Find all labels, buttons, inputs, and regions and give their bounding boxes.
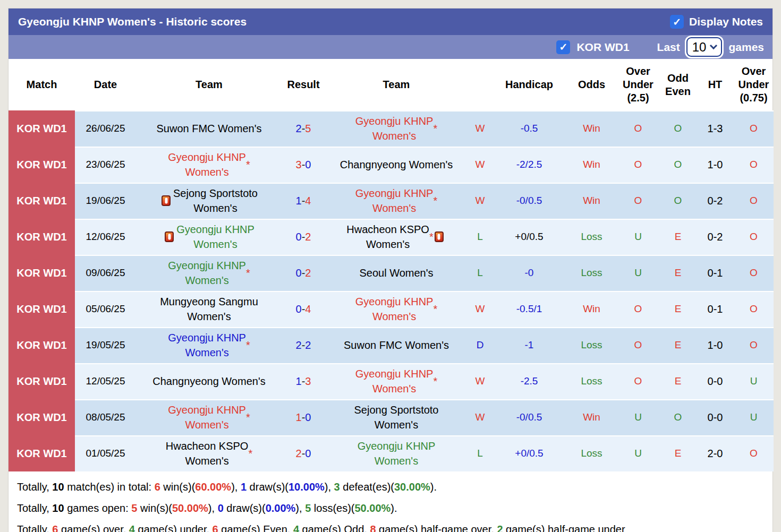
check-icon: ✓ xyxy=(673,17,681,27)
away-score: 4 xyxy=(305,195,311,207)
title-bar: Gyeongju KHNP Women's - Historic scores … xyxy=(9,8,772,35)
summary-segment: draw(s)( xyxy=(224,502,266,514)
team-name: Suwon FMC Women's xyxy=(344,338,449,353)
away-team: Suwon FMC Women's xyxy=(325,327,468,363)
over-under-075-value: O xyxy=(734,435,774,471)
league-checkbox[interactable]: ✓ xyxy=(556,40,570,54)
summary-segment: game(s) Odd, xyxy=(299,524,370,532)
score-dash: - xyxy=(302,123,305,135)
ht-score: 1-3 xyxy=(697,110,734,147)
summary-segment: game(s) over, xyxy=(58,524,129,532)
table-row: KOR WD1 23/06/25 Gyeongju KHNP Women's* … xyxy=(9,147,772,183)
display-notes-checkbox[interactable]: ✓ xyxy=(670,15,684,29)
match-date: 08/05/25 xyxy=(75,399,136,435)
league-label: KOR WD1 xyxy=(576,41,629,54)
ht-score: 1-0 xyxy=(697,147,734,183)
away-score: 2 xyxy=(305,267,311,279)
summary-segment: Totally, xyxy=(17,524,52,532)
summary-segment: ), xyxy=(295,502,305,514)
odd-even-value: E xyxy=(659,291,697,327)
league-badge: KOR WD1 xyxy=(9,363,75,399)
team-name: Gyeongju KHNP Women's xyxy=(358,439,436,468)
handicap-value: -0/0.5 xyxy=(492,183,566,219)
summary-segment: win(s)( xyxy=(137,502,172,514)
away-team: Sejong Sportstoto Women's xyxy=(325,399,468,435)
score-dash: - xyxy=(302,159,305,171)
games-label: games xyxy=(728,41,764,54)
match-result: 1-0 xyxy=(282,399,325,435)
match-result: 1-4 xyxy=(282,183,325,219)
match-date: 09/06/25 xyxy=(75,255,136,291)
score-dash: - xyxy=(302,267,305,279)
odds-result: Win xyxy=(566,183,617,219)
summary-segment: 6 xyxy=(155,481,160,493)
last-games-value: 10 xyxy=(692,40,707,55)
ht-score: 2-0 xyxy=(697,435,734,471)
home-team: Gyeongju KHNP Women's* xyxy=(136,399,282,435)
star-marker: * xyxy=(433,121,437,136)
away-team: Hwacheon KSPO Women's* xyxy=(325,219,468,255)
table-row: KOR WD1 19/05/25 Gyeongju KHNP Women's* … xyxy=(9,327,772,363)
summary-segment: 6 xyxy=(52,524,58,532)
summary-segment: 5 xyxy=(131,502,137,514)
col-header-match: Match xyxy=(9,78,75,91)
odd-even-value: E xyxy=(659,219,697,255)
home-score: 0 xyxy=(296,267,302,279)
ht-score: 0-1 xyxy=(697,291,734,327)
over-under-25-value: O xyxy=(617,110,659,147)
outcome-letter: W xyxy=(468,399,492,435)
home-score: 3 xyxy=(296,159,302,171)
home-team: Gyeongju KHNP Women's xyxy=(136,219,282,255)
page-title: Gyeongju KHNP Women's - Historic scores xyxy=(18,15,247,28)
check-icon: ✓ xyxy=(559,42,567,52)
red-card-icon xyxy=(435,231,444,242)
away-team: Seoul Women's xyxy=(325,255,468,291)
star-marker: * xyxy=(433,374,437,389)
home-score: 1 xyxy=(296,195,302,207)
league-badge: KOR WD1 xyxy=(9,147,75,183)
handicap-value: +0/0.5 xyxy=(492,219,566,255)
ht-score: 0-1 xyxy=(697,255,734,291)
star-marker: * xyxy=(246,410,250,425)
home-team: Mungyeong Sangmu Women's xyxy=(136,291,282,327)
col-header-over-under-075: Over Under (0.75) xyxy=(734,65,774,105)
over-under-075-value: O xyxy=(734,255,774,291)
handicap-value: -0/0.5 xyxy=(492,399,566,435)
over-under-25-value: O xyxy=(617,147,659,183)
outcome-letter: L xyxy=(468,435,492,471)
ht-score: 1-0 xyxy=(697,327,734,363)
team-name: Gyeongju KHNP Women's xyxy=(168,258,246,288)
summary-segment: 10 xyxy=(52,481,64,493)
table-row: KOR WD1 12/05/25 Changnyeong Women's 1-3… xyxy=(9,363,772,399)
summary-segment: match(es) in total: xyxy=(64,481,155,493)
summary-line: Totally, 6 game(s) over, 4 game(s) under… xyxy=(17,519,764,532)
home-team: Gyeongju KHNP Women's* xyxy=(136,327,282,363)
odd-even-value: E xyxy=(659,363,697,399)
display-notes-label: Display Notes xyxy=(689,15,763,28)
score-dash: - xyxy=(302,339,305,351)
home-score: 0 xyxy=(296,231,302,243)
score-dash: - xyxy=(302,303,305,315)
odd-even-value: O xyxy=(659,147,697,183)
away-score: 4 xyxy=(305,303,311,315)
last-games-select[interactable]: 10 xyxy=(686,37,723,57)
summary-segment: 4 xyxy=(129,524,135,532)
ht-score: 0-2 xyxy=(697,183,734,219)
handicap-value: -0.5/1 xyxy=(492,291,566,327)
match-result: 2-2 xyxy=(282,327,325,363)
team-name: Hwacheon KSPO Women's xyxy=(166,439,249,468)
team-name: Mungyeong Sangmu Women's xyxy=(160,294,258,324)
summary-line: Totally, 10 match(es) in total: 6 win(s)… xyxy=(17,476,764,497)
star-marker: * xyxy=(248,446,252,461)
league-badge: KOR WD1 xyxy=(9,219,75,255)
team-name: Changnyeong Women's xyxy=(152,374,265,389)
home-team: Hwacheon KSPO Women's* xyxy=(136,435,282,471)
odds-result: Loss xyxy=(566,363,617,399)
away-team: Changnyeong Women's xyxy=(325,147,468,183)
match-result: 0-4 xyxy=(282,291,325,327)
col-header-over-under-25: Over Under (2.5) xyxy=(617,65,659,105)
odds-result: Win xyxy=(566,147,617,183)
odd-even-value: O xyxy=(659,399,697,435)
over-under-25-value: O xyxy=(617,363,659,399)
team-name: Hwacheon KSPO Women's xyxy=(346,222,429,252)
